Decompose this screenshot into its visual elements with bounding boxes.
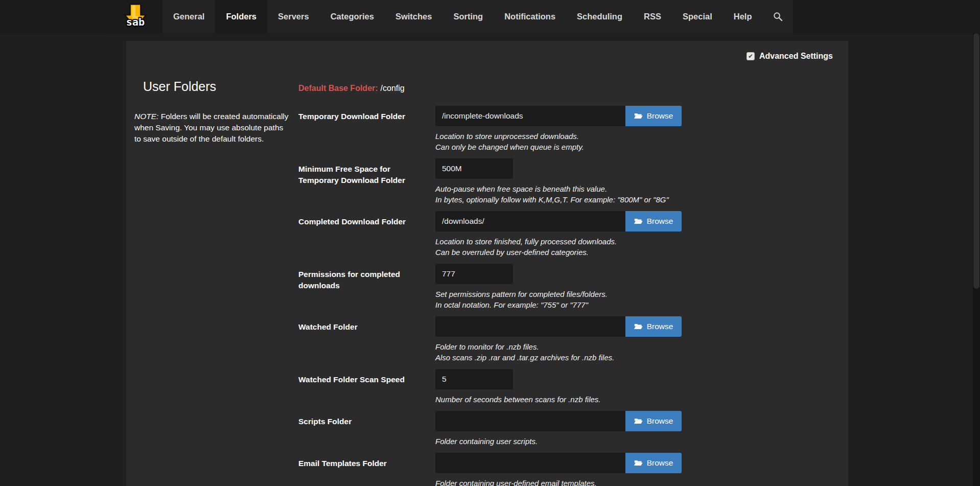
folder-input[interactable]: [435, 411, 625, 431]
folder-input[interactable]: [435, 453, 625, 473]
nav-menu: GeneralFoldersServersCategoriesSwitchesS…: [162, 0, 763, 33]
input-group: Browse: [435, 316, 682, 337]
nav-item-special[interactable]: Special: [672, 0, 723, 33]
nav-item-help[interactable]: Help: [723, 0, 763, 33]
help-text: In bytes, optionally follow with K,M,G,T…: [435, 194, 669, 205]
content-columns: User Folders NOTE: Folders will be creat…: [126, 79, 848, 486]
field-label: Temporary Download Folder: [298, 106, 435, 152]
help-text: Number of seconds between scans for .nzb…: [435, 394, 601, 405]
browse-button[interactable]: Browse: [625, 211, 682, 232]
nav-item-switches[interactable]: Switches: [385, 0, 443, 33]
nav-item-folders[interactable]: Folders: [215, 0, 267, 33]
folder-input[interactable]: [435, 264, 513, 284]
advanced-settings-checkbox[interactable]: ✔: [746, 52, 755, 60]
navbar-right-filler: [793, 0, 980, 33]
nav-item-rss[interactable]: RSS: [633, 0, 672, 33]
field-label: Permissions for completed downloads: [298, 264, 435, 310]
scrollbar[interactable]: [973, 33, 980, 486]
nav-item-scheduling[interactable]: Scheduling: [566, 0, 633, 33]
top-navbar: sab GeneralFoldersServersCategoriesSwitc…: [0, 0, 980, 33]
field-help: Number of seconds between scans for .nzb…: [435, 394, 601, 405]
page-title: User Folders: [143, 79, 298, 94]
input-group: Browse: [435, 411, 682, 431]
folder-open-icon: [634, 112, 643, 120]
nav-item-general[interactable]: General: [162, 0, 215, 33]
field-label: Scripts Folder: [298, 411, 435, 447]
browse-button-label: Browse: [647, 458, 673, 468]
browse-button-label: Browse: [647, 111, 673, 121]
advanced-settings-row: ✔ Advanced Settings: [126, 41, 848, 61]
section-note: NOTE: Folders will be created automatica…: [134, 111, 289, 145]
help-text: Location to store unprocessed downloads.: [435, 131, 682, 142]
field-area: Browse Folder containing user-defined em…: [435, 453, 682, 486]
help-text: Can be overruled by user-defined categor…: [435, 247, 682, 258]
logo-text: sab: [126, 16, 145, 28]
form-row: Watched Folder Browse Folder to monitor …: [298, 316, 848, 363]
help-text: In octal notation. For example: "755" or…: [435, 299, 608, 310]
folder-input[interactable]: [435, 211, 625, 232]
section-intro: User Folders NOTE: Folders will be creat…: [126, 79, 298, 486]
folder-input[interactable]: [435, 106, 625, 126]
field-area: Browse Folder to monitor for .nzb files.…: [435, 316, 682, 363]
form-row: Minimum Free Space for Temporary Downloa…: [298, 158, 848, 205]
field-help: Auto-pause when free space is beneath th…: [435, 183, 669, 205]
form-rows: Temporary Download Folder Browse Locatio…: [298, 106, 848, 486]
field-help: Folder containing user-defined email tem…: [435, 478, 682, 486]
folder-open-icon: [634, 418, 643, 425]
field-area: Browse Location to store unprocessed dow…: [435, 106, 682, 152]
form-row: Email Templates Folder Browse Folder con…: [298, 453, 848, 486]
navbar-left-filler: [0, 0, 108, 33]
browse-button-label: Browse: [647, 217, 673, 226]
sabnzbd-logo[interactable]: sab: [108, 0, 162, 33]
field-label: Watched Folder Scan Speed: [298, 369, 435, 405]
browse-button[interactable]: Browse: [625, 106, 682, 126]
form-row: Temporary Download Folder Browse Locatio…: [298, 106, 848, 152]
field-help: Folder containing user scripts.: [435, 436, 682, 447]
nav-item-servers[interactable]: Servers: [267, 0, 320, 33]
folder-input[interactable]: [435, 316, 625, 337]
nav-item-sorting[interactable]: Sorting: [442, 0, 494, 33]
search-button[interactable]: [763, 0, 793, 33]
help-text: Can only be changed when queue is empty.: [435, 142, 682, 152]
field-help: Folder to monitor for .nzb files.Also sc…: [435, 341, 682, 363]
browse-button[interactable]: Browse: [625, 453, 682, 473]
form-row: Scripts Folder Browse Folder containing …: [298, 411, 848, 447]
field-area: Auto-pause when free space is beneath th…: [435, 158, 669, 205]
help-text: Folder containing user-defined email tem…: [435, 478, 682, 486]
input-group: Browse: [435, 106, 682, 126]
field-area: Browse Location to store finished, fully…: [435, 211, 682, 258]
browse-button[interactable]: Browse: [625, 316, 682, 337]
field-area: Number of seconds between scans for .nzb…: [435, 369, 601, 405]
field-help: Location to store finished, fully proces…: [435, 236, 682, 258]
default-base-folder-line: Default Base Folder:/config: [298, 84, 848, 93]
field-help: Set permissions pattern for completed fi…: [435, 289, 608, 310]
scrollbar-thumb[interactable]: [973, 33, 979, 289]
browse-button-label: Browse: [647, 322, 673, 331]
nav-item-categories[interactable]: Categories: [320, 0, 385, 33]
field-help: Location to store unprocessed downloads.…: [435, 131, 682, 152]
help-text: Also scans .zip .rar and .tar.gz archive…: [435, 352, 682, 363]
input-group: [435, 158, 669, 179]
default-base-folder-value: /config: [381, 84, 405, 92]
advanced-settings-label: Advanced Settings: [759, 52, 833, 61]
folder-input[interactable]: [435, 369, 513, 389]
input-group: Browse: [435, 453, 682, 473]
search-icon: [773, 12, 783, 21]
input-group: Browse: [435, 211, 682, 232]
help-text: Folder containing user scripts.: [435, 436, 682, 447]
folder-open-icon: [634, 323, 643, 330]
folder-open-icon: [634, 459, 643, 467]
browse-button[interactable]: Browse: [625, 411, 682, 431]
nav-item-notifications[interactable]: Notifications: [494, 0, 566, 33]
help-text: Auto-pause when free space is beneath th…: [435, 183, 669, 194]
note-prefix: NOTE:: [134, 112, 158, 121]
field-label: Minimum Free Space for Temporary Downloa…: [298, 158, 435, 205]
browse-button-label: Browse: [647, 416, 673, 426]
sab-arrow-icon: sab: [123, 3, 148, 31]
help-text: Folder to monitor for .nzb files.: [435, 341, 682, 352]
input-group: [435, 264, 608, 284]
form-row: Watched Folder Scan Speed Number of seco…: [298, 369, 848, 405]
folder-input[interactable]: [435, 158, 513, 179]
default-base-folder-label: Default Base Folder:: [298, 84, 378, 92]
form-row: Completed Download Folder Browse Locatio…: [298, 211, 848, 258]
